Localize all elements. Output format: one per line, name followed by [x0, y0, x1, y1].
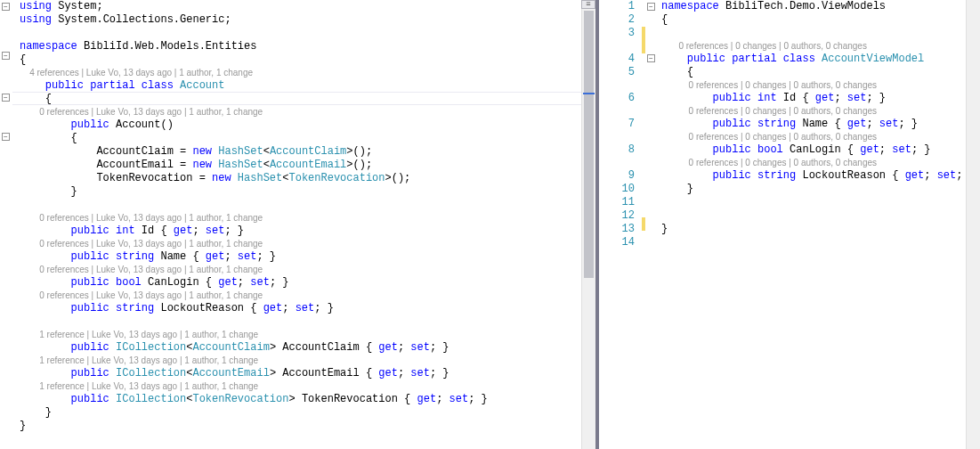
code-line: public bool CanLogin { get; set; }	[661, 143, 966, 157]
codelens[interactable]: 0 references | 0 changes | 0 authors, 0 …	[661, 157, 966, 169]
code-line: }	[661, 223, 966, 236]
split-window-icon[interactable]: ≡	[581, 0, 595, 9]
codelens[interactable]: 0 references | Luke Vo, 13 days ago | 1 …	[20, 106, 595, 118]
code-line: public bool CanLogin { get; set; }	[20, 276, 595, 290]
code-line: public int Id { get; set; }	[661, 92, 966, 105]
code-line: namespace BibliId.Web.Models.Entities	[20, 40, 595, 53]
codelens[interactable]: 0 references | 0 changes | 0 authors, 0 …	[661, 40, 966, 53]
fold-toggle-icon[interactable]	[647, 54, 655, 62]
fold-toggle-icon[interactable]	[2, 133, 10, 141]
line-number: 6	[599, 92, 635, 105]
line-number: 5	[599, 66, 635, 79]
code-line: {	[661, 13, 966, 27]
code-line: using System;	[20, 0, 595, 13]
right-code-area[interactable]: namespace BibliTech.Demo.ViewModels { 0 …	[658, 0, 966, 449]
codelens[interactable]: 0 references | Luke Vo, 13 days ago | 1 …	[20, 212, 595, 224]
code-line: public string Name { get; set; }	[661, 118, 966, 131]
line-number: 8	[599, 143, 635, 157]
line-number: 9	[599, 169, 635, 183]
code-line: public ICollection<TokenRevocation> Toke…	[20, 393, 595, 406]
code-line: }	[20, 185, 595, 199]
line-number: 11	[599, 196, 635, 209]
code-line	[661, 27, 966, 40]
line-number: 2	[599, 13, 635, 27]
code-line	[661, 196, 966, 209]
code-line: }	[661, 183, 966, 196]
code-line: {	[20, 53, 595, 67]
code-line	[661, 236, 966, 249]
code-line	[661, 209, 966, 223]
line-number: 3	[599, 27, 635, 40]
codelens[interactable]: 4 references | Luke Vo, 13 days ago | 1 …	[20, 67, 595, 79]
line-number: 4	[599, 53, 635, 66]
code-line: }	[20, 406, 595, 420]
code-line: public ICollection<AccountEmail> Account…	[20, 367, 595, 380]
left-code-area[interactable]: using System; using System.Collections.G…	[12, 0, 595, 449]
code-line: public Account()	[20, 118, 595, 132]
code-line: public partial class AccountViewModel	[661, 53, 966, 66]
line-number: 10	[599, 183, 635, 196]
code-line	[20, 199, 595, 212]
codelens[interactable]: 0 references | 0 changes | 0 authors, 0 …	[661, 79, 966, 92]
codelens[interactable]: 0 references | Luke Vo, 13 days ago | 1 …	[20, 264, 595, 276]
right-gutter	[642, 0, 658, 449]
code-line: public string Name { get; set; }	[20, 250, 595, 264]
line-number: 12	[599, 209, 635, 223]
code-line: {	[20, 93, 595, 106]
code-line: public int Id { get; set; }	[20, 224, 595, 238]
codelens[interactable]: 1 reference | Luke Vo, 13 days ago | 1 a…	[20, 380, 595, 393]
codelens[interactable]: 0 references | 0 changes | 0 authors, 0 …	[661, 105, 966, 118]
line-number: 13	[599, 223, 635, 236]
code-line: AccountClaim = new HashSet<AccountClaim>…	[20, 145, 595, 159]
fold-toggle-icon[interactable]	[647, 3, 655, 11]
code-line: public string LockoutReason { get; set; …	[20, 302, 595, 315]
codelens[interactable]: 1 reference | Luke Vo, 13 days ago | 1 a…	[20, 329, 595, 341]
code-line: TokenRevocation = new HashSet<TokenRevoc…	[20, 172, 595, 185]
code-line: {	[661, 66, 966, 79]
code-line: }	[20, 420, 595, 433]
code-line: public partial class Account	[20, 79, 595, 93]
code-line	[20, 27, 595, 40]
codelens[interactable]: 0 references | 0 changes | 0 authors, 0 …	[661, 131, 966, 143]
codelens[interactable]: 0 references | Luke Vo, 13 days ago | 1 …	[20, 238, 595, 250]
left-editor-pane[interactable]: using System; using System.Collections.G…	[0, 0, 596, 449]
code-line	[20, 315, 595, 329]
fold-toggle-icon[interactable]	[2, 3, 10, 11]
code-line: namespace BibliTech.Demo.ViewModels	[661, 0, 966, 13]
left-vertical-scrollbar[interactable]: ≡	[581, 0, 595, 449]
code-line: {	[20, 132, 595, 145]
line-number: 1	[599, 0, 635, 13]
fold-toggle-icon[interactable]	[2, 52, 10, 60]
fold-toggle-icon[interactable]	[2, 94, 10, 102]
line-number: 14	[599, 236, 635, 249]
line-number: 7	[599, 118, 635, 131]
change-marker	[642, 217, 645, 231]
codelens[interactable]: 0 references | Luke Vo, 13 days ago | 1 …	[20, 290, 595, 302]
scroll-marker	[583, 93, 595, 94]
code-line: public ICollection<AccountClaim> Account…	[20, 341, 595, 355]
scrollbar-thumb[interactable]	[584, 11, 594, 278]
right-vertical-scrollbar[interactable]	[966, 0, 980, 449]
code-line: public string LockoutReason { get; set; …	[661, 169, 966, 183]
right-editor-pane[interactable]: 1 2 3 4 5 6 7 8 9 10 11 12 13 14 namespa…	[596, 0, 980, 449]
code-line: using System.Collections.Generic;	[20, 13, 595, 27]
left-gutter	[0, 0, 12, 449]
change-marker	[642, 27, 645, 53]
line-number-gutter: 1 2 3 4 5 6 7 8 9 10 11 12 13 14	[599, 0, 642, 449]
code-line: AccountEmail = new HashSet<AccountEmail>…	[20, 159, 595, 172]
codelens[interactable]: 1 reference | Luke Vo, 13 days ago | 1 a…	[20, 355, 595, 367]
